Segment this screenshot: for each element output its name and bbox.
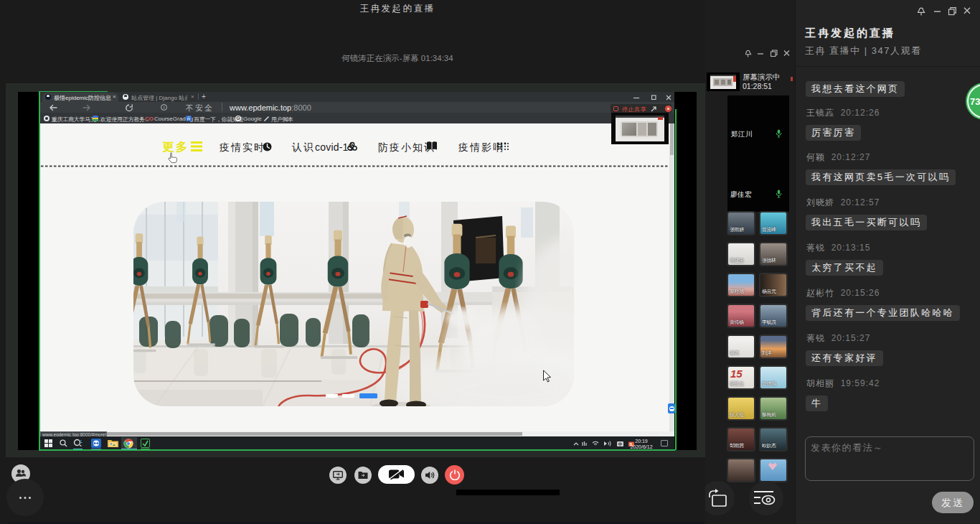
svg-text:中: 中 (618, 441, 623, 446)
